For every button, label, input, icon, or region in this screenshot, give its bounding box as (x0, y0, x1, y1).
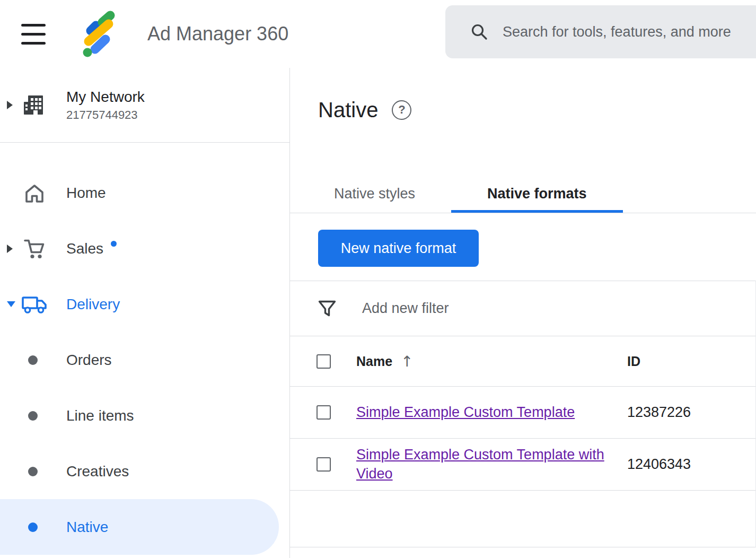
network-name: My Network (66, 89, 145, 106)
sidebar-item-native[interactable]: Native (0, 499, 289, 555)
column-header-id: ID (627, 354, 755, 369)
sidebar-item-sales[interactable]: Sales (0, 221, 289, 276)
network-expander-icon[interactable] (7, 101, 13, 109)
sort-ascending-icon[interactable]: ↑ (401, 353, 413, 370)
sidebar-nav: Home Sales Del (0, 143, 289, 555)
select-all-checkbox[interactable] (317, 354, 331, 369)
menu-icon[interactable] (21, 24, 46, 45)
sidebar-item-label: Orders (66, 352, 112, 369)
sidebar-item-label: Creatives (66, 463, 129, 480)
home-icon (21, 181, 48, 205)
add-filter-label: Add new filter (362, 300, 449, 317)
row-checkbox[interactable] (317, 457, 331, 472)
sidebar: My Network 21775744923 Home Sales (0, 68, 290, 558)
notification-dot (111, 241, 117, 247)
tab-native-styles[interactable]: Native styles (298, 175, 451, 213)
sidebar-item-orders[interactable]: Orders (0, 332, 289, 388)
sidebar-item-label: Delivery (66, 296, 120, 313)
bullet-icon (28, 467, 38, 476)
table-header-row: Name ↑ ID (290, 336, 755, 387)
sidebar-item-line-items[interactable]: Line items (0, 388, 289, 443)
native-formats-table: Add new filter Name ↑ ID Simple Example … (290, 281, 756, 547)
native-format-link[interactable]: Simple Example Custom Template (356, 403, 591, 422)
network-selector[interactable]: My Network 21775744923 (0, 68, 289, 143)
sidebar-item-home[interactable]: Home (0, 165, 289, 221)
ad-manager-logo-icon (78, 10, 126, 58)
native-format-id: 12406343 (627, 456, 755, 473)
network-id: 21775744923 (66, 108, 145, 122)
network-building-icon (21, 93, 46, 117)
bullet-icon (28, 355, 38, 365)
native-format-id: 12387226 (627, 404, 755, 421)
tab-native-formats[interactable]: Native formats (451, 175, 623, 213)
native-format-link[interactable]: Simple Example Custom Template with Vide… (356, 446, 627, 483)
app-title: Ad Manager 360 (147, 23, 288, 45)
sidebar-item-label: Native (66, 519, 108, 536)
column-header-name[interactable]: Name ↑ (356, 353, 627, 370)
table-row: Simple Example Custom Template 12387226 (290, 387, 755, 439)
selected-item-highlight (0, 499, 279, 555)
page-title: Native (318, 98, 378, 122)
help-icon[interactable]: ? (392, 100, 411, 120)
tab-bar: Native styles Native formats (290, 175, 756, 213)
sidebar-item-label: Home (66, 185, 106, 202)
top-app-bar: Ad Manager 360 (0, 0, 756, 68)
bullet-icon (28, 522, 38, 532)
delivery-truck-icon (21, 293, 48, 316)
row-checkbox[interactable] (317, 405, 331, 420)
sidebar-item-label: Sales (66, 240, 103, 257)
table-row: Simple Example Custom Template with Vide… (290, 439, 755, 491)
new-native-format-button[interactable]: New native format (318, 230, 479, 267)
add-filter-bar[interactable]: Add new filter (290, 281, 755, 336)
main-content: Native ? Native styles Native formats Ne… (290, 68, 756, 558)
bullet-icon (28, 411, 38, 421)
expand-icon[interactable] (7, 245, 13, 253)
search-input[interactable] (503, 24, 756, 40)
search-bar[interactable] (445, 5, 756, 58)
sidebar-item-delivery[interactable]: Delivery (0, 276, 289, 332)
table-footer (290, 491, 755, 547)
filter-funnel-icon (317, 299, 337, 319)
sidebar-item-label: Line items (66, 407, 134, 424)
collapse-icon[interactable] (7, 301, 15, 307)
sidebar-item-creatives[interactable]: Creatives (0, 443, 289, 499)
sales-cart-icon (21, 237, 48, 261)
search-icon (470, 22, 489, 41)
